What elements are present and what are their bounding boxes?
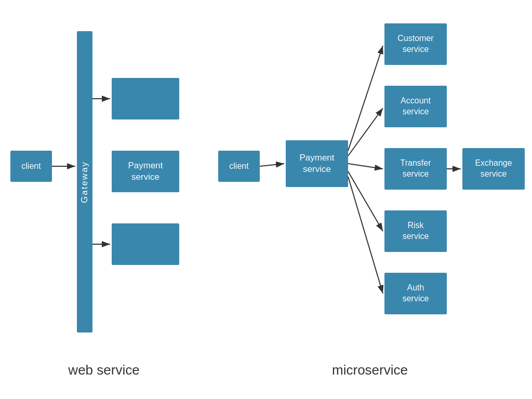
svg-line-5	[260, 164, 284, 166]
left-arrows-svg	[0, 0, 208, 399]
customer-service-label: Customerservice	[397, 33, 433, 55]
transfer-service-label: Transferservice	[401, 158, 431, 180]
ws-service-box-3	[112, 223, 179, 265]
risk-service-box: Riskservice	[384, 210, 447, 252]
client-label-left: client	[21, 161, 41, 172]
web-service-label: web service	[68, 362, 139, 378]
svg-line-9	[348, 171, 383, 231]
microservice-label: microservice	[332, 362, 408, 378]
client-box-right: client	[218, 151, 260, 182]
svg-line-7	[348, 108, 383, 156]
account-service-box: Accountservice	[384, 86, 447, 127]
transfer-service-box: Transferservice	[384, 148, 447, 190]
svg-line-8	[348, 164, 383, 169]
right-arrows-svg	[208, 0, 532, 399]
gateway-label: Gateway	[77, 31, 92, 332]
risk-service-label: Riskservice	[403, 220, 429, 242]
svg-line-10	[348, 177, 383, 294]
exchange-service-box: Exchangeservice	[462, 148, 525, 190]
exchange-service-label: Exchangeservice	[475, 158, 512, 180]
client-label-right: client	[229, 161, 248, 172]
ws-service-box-1	[112, 78, 179, 119]
web-service-diagram: Gateway client Paymentservice web servic	[0, 0, 208, 399]
ws-payment-label: Paymentservice	[128, 160, 163, 183]
customer-service-box: Customerservice	[384, 23, 447, 65]
payment-service-box: Paymentservice	[286, 140, 348, 187]
auth-service-box: Authservice	[384, 273, 447, 314]
auth-service-label: Authservice	[403, 283, 429, 304]
payment-service-label: Paymentservice	[299, 152, 334, 175]
client-box-left: client	[10, 151, 52, 182]
ws-payment-box: Paymentservice	[112, 151, 179, 192]
microservice-diagram: client Paymentservice Customerservice Ac…	[208, 0, 532, 399]
svg-line-6	[348, 46, 383, 151]
account-service-label: Accountservice	[401, 96, 431, 117]
